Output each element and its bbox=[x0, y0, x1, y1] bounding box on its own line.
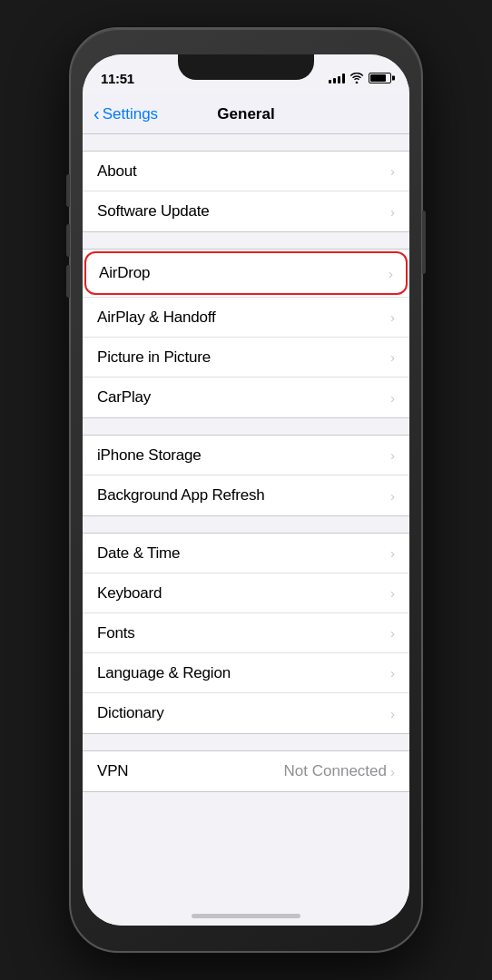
row-label-carplay: CarPlay bbox=[97, 388, 151, 407]
signal-icon bbox=[329, 73, 345, 83]
row-right-date-time: › bbox=[390, 545, 395, 561]
chevron-icon-dictionary: › bbox=[390, 706, 395, 721]
battery-icon bbox=[369, 73, 391, 83]
page-title: General bbox=[217, 105, 274, 123]
back-chevron-icon: ‹ bbox=[93, 104, 100, 122]
settings-row-airdrop[interactable]: AirDrop › bbox=[86, 253, 406, 293]
row-label-pip: Picture in Picture bbox=[97, 348, 211, 367]
chevron-icon-software-update: › bbox=[390, 204, 395, 220]
chevron-icon-pip: › bbox=[390, 349, 395, 365]
phone-frame: 11:51 ‹ Settings General bbox=[69, 27, 423, 953]
gap-3 bbox=[83, 516, 409, 533]
settings-row-date-time[interactable]: Date & Time › bbox=[83, 534, 409, 573]
wifi-icon bbox=[349, 73, 364, 83]
settings-row-carplay[interactable]: CarPlay › bbox=[83, 377, 409, 417]
settings-row-fonts[interactable]: Fonts › bbox=[83, 613, 409, 653]
chevron-icon-carplay: › bbox=[390, 390, 395, 406]
airdrop-highlight-border: AirDrop › bbox=[84, 251, 408, 295]
chevron-icon-fonts: › bbox=[390, 625, 395, 641]
settings-row-software-update[interactable]: Software Update › bbox=[83, 191, 409, 231]
settings-content: About › Software Update › bbox=[83, 134, 409, 926]
row-label-date-time: Date & Time bbox=[97, 544, 180, 563]
row-right-fonts: › bbox=[390, 625, 395, 641]
row-label-vpn: VPN bbox=[97, 762, 128, 780]
settings-row-keyboard[interactable]: Keyboard › bbox=[83, 573, 409, 613]
chevron-icon-airplay: › bbox=[390, 309, 395, 325]
row-right-keyboard: › bbox=[390, 585, 395, 601]
row-label-keyboard: Keyboard bbox=[97, 584, 162, 603]
settings-row-about[interactable]: About › bbox=[83, 152, 409, 191]
notch bbox=[178, 54, 314, 80]
gap-top bbox=[83, 134, 409, 151]
row-right-iphone-storage: › bbox=[390, 447, 395, 463]
status-icons bbox=[329, 73, 391, 83]
settings-row-pip[interactable]: Picture in Picture › bbox=[83, 338, 409, 377]
settings-row-vpn[interactable]: VPN Not Connected › bbox=[83, 751, 409, 791]
row-label-airplay: AirPlay & Handoff bbox=[97, 309, 215, 327]
gap-4 bbox=[83, 734, 409, 750]
row-right-pip: › bbox=[390, 349, 395, 365]
chevron-icon-airdrop: › bbox=[389, 266, 393, 281]
row-right-background-refresh: › bbox=[390, 488, 395, 504]
row-label-background-refresh: Background App Refresh bbox=[97, 486, 265, 505]
chevron-icon-iphone-storage: › bbox=[390, 447, 395, 463]
row-label-software-update: Software Update bbox=[97, 202, 210, 220]
row-right-vpn: Not Connected › bbox=[284, 762, 395, 780]
row-right-airplay: › bbox=[390, 309, 395, 325]
status-time: 11:51 bbox=[101, 71, 134, 86]
row-label-about: About bbox=[97, 162, 136, 181]
row-label-dictionary: Dictionary bbox=[97, 704, 164, 722]
settings-group-3: iPhone Storage › Background App Refresh … bbox=[83, 435, 409, 516]
settings-row-dictionary[interactable]: Dictionary › bbox=[83, 693, 409, 733]
settings-group-1: About › Software Update › bbox=[83, 151, 409, 232]
back-button[interactable]: ‹ Settings bbox=[93, 105, 158, 123]
row-right-about: › bbox=[390, 163, 395, 179]
settings-row-airplay[interactable]: AirPlay & Handoff › bbox=[83, 298, 409, 338]
chevron-icon-keyboard: › bbox=[390, 585, 395, 601]
settings-row-iphone-storage[interactable]: iPhone Storage › bbox=[83, 436, 409, 475]
row-label-language: Language & Region bbox=[97, 664, 231, 682]
vpn-status: Not Connected bbox=[284, 762, 387, 780]
nav-bar: ‹ Settings General bbox=[83, 94, 409, 134]
settings-group-4: Date & Time › Keyboard › Fonts › bbox=[83, 533, 409, 734]
row-right-carplay: › bbox=[390, 390, 395, 406]
row-label-airdrop: AirDrop bbox=[99, 264, 150, 282]
row-right-dictionary: › bbox=[390, 706, 395, 721]
gap-2 bbox=[83, 418, 409, 435]
chevron-icon-about: › bbox=[390, 163, 395, 179]
back-label: Settings bbox=[103, 105, 158, 123]
chevron-icon-language: › bbox=[390, 665, 395, 681]
row-label-fonts: Fonts bbox=[97, 624, 135, 642]
row-right-airdrop: › bbox=[389, 266, 393, 281]
row-right-language: › bbox=[390, 665, 395, 681]
settings-group-5: VPN Not Connected › bbox=[83, 750, 409, 792]
chevron-icon-background-refresh: › bbox=[390, 488, 395, 504]
settings-row-background-refresh[interactable]: Background App Refresh › bbox=[83, 475, 409, 515]
chevron-icon-vpn: › bbox=[390, 764, 395, 779]
row-label-iphone-storage: iPhone Storage bbox=[97, 446, 201, 465]
gap-1 bbox=[83, 232, 409, 249]
settings-row-language[interactable]: Language & Region › bbox=[83, 653, 409, 693]
phone-screen: 11:51 ‹ Settings General bbox=[83, 54, 409, 926]
home-indicator bbox=[192, 914, 300, 918]
row-right-software-update: › bbox=[390, 204, 395, 220]
settings-group-2: AirDrop › AirPlay & Handoff › Picture i bbox=[83, 249, 409, 418]
chevron-icon-date-time: › bbox=[390, 545, 395, 561]
